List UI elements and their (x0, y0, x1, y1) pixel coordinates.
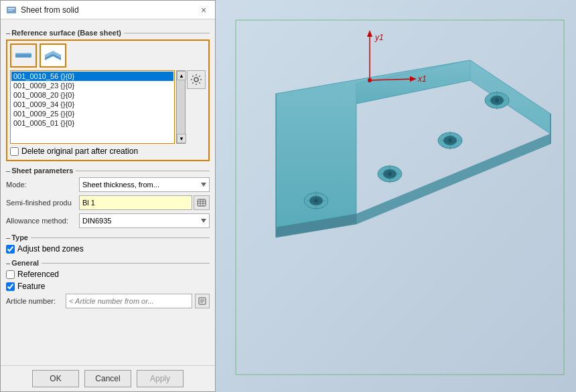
adjust-bend-checkbox[interactable] (6, 245, 15, 254)
dialog-title: Sheet from solid (21, 5, 194, 15)
browse-icon (198, 297, 206, 305)
article-input[interactable] (66, 294, 192, 308)
dialog-panel: Sheet from solid × Reference surface (Ba… (0, 0, 216, 392)
svg-rect-1 (8, 8, 15, 9)
ref-list[interactable]: 001_0010_56 {}{0} 001_0009_23 {}{0} 001_… (10, 70, 175, 144)
dialog-body: Reference surface (Base sheet) (1, 19, 215, 365)
svg-rect-4 (15, 53, 31, 54)
svg-text:x1: x1 (417, 74, 427, 84)
ref-list-container: 001_0010_56 {}{0} 001_0009_23 {}{0} 001_… (10, 70, 206, 144)
mode-row: Mode: Sheet thickness, from... Fixed thi… (6, 177, 210, 192)
allowance-label: Allowance method: (6, 217, 76, 225)
dialog-titlebar: Sheet from solid × (1, 1, 215, 19)
article-label: Article number: (6, 297, 63, 305)
referenced-label: Referenced (17, 270, 59, 279)
reference-surface-header: Reference surface (Base sheet) (6, 29, 210, 37)
mode-select[interactable]: Sheet thickness, from... Fixed thickness (79, 177, 210, 192)
folded-sheet-icon (44, 48, 62, 63)
scrollbar-up-btn[interactable]: ▲ (177, 71, 186, 80)
adjust-bend-row: Adjust bend zones (6, 244, 210, 254)
list-item[interactable]: 001_0009_23 {}{0} (11, 81, 173, 90)
semi-label: Semi-finished produ (6, 199, 76, 207)
list-scrollbar: ▲ ▼ (176, 70, 186, 144)
gear-icon (190, 74, 202, 86)
svg-rect-17 (216, 0, 576, 392)
mode-control: Sheet thickness, from... Fixed thickness (79, 177, 210, 192)
svg-point-7 (194, 78, 198, 82)
delete-checkbox-row: Delete original part after creation (10, 146, 206, 156)
adjust-bend-label: Adjust bend zones (17, 244, 84, 254)
referenced-checkbox[interactable] (6, 270, 15, 279)
type-header: Type (6, 233, 210, 241)
allowance-row: Allowance method: DIN6935 DIN6935 (old) … (6, 213, 210, 228)
viewport-svg: y1 x1 (216, 0, 576, 392)
sheet-parameters-body: Mode: Sheet thickness, from... Fixed thi… (6, 177, 210, 228)
cancel-button[interactable]: Cancel (84, 370, 131, 387)
3d-viewport: y1 x1 (216, 0, 576, 392)
general-body: Referenced Feature Article number: (6, 270, 210, 308)
dialog-footer: OK Cancel Apply (1, 365, 215, 391)
delete-label: Delete original part after creation (21, 146, 138, 156)
semi-table-button[interactable] (194, 195, 210, 210)
dialog-icon (6, 5, 17, 15)
list-item[interactable]: 001_0009_34 {}{0} (11, 100, 173, 109)
type-body: Adjust bend zones (6, 244, 210, 254)
reference-buttons (10, 43, 206, 68)
semi-control (79, 195, 210, 210)
feature-label: Feature (17, 282, 45, 291)
flat-sheet-icon (14, 48, 33, 63)
mode-label: Mode: (6, 181, 76, 189)
ok-button[interactable]: OK (32, 370, 79, 387)
semi-row: Semi-finished produ (6, 195, 210, 210)
sheet-parameters-header: Sheet parameters (6, 167, 210, 175)
general-header: General (6, 259, 210, 267)
table-icon (197, 199, 206, 207)
feature-checkbox[interactable] (6, 282, 15, 291)
close-button[interactable]: × (198, 4, 210, 16)
article-browse-button[interactable] (195, 294, 210, 308)
article-row: Article number: (6, 294, 210, 308)
allowance-select[interactable]: DIN6935 DIN6935 (old) None (79, 213, 210, 228)
apply-button[interactable]: Apply (137, 370, 184, 387)
list-item[interactable]: 001_0010_56 {}{0} (11, 72, 173, 81)
svg-text:y1: y1 (374, 33, 384, 42)
delete-checkbox[interactable] (10, 147, 19, 156)
svg-rect-2 (8, 10, 13, 11)
list-item[interactable]: 001_0008_20 {}{0} (11, 90, 173, 100)
list-item[interactable]: 001_0009_25 {}{0} (11, 109, 173, 118)
referenced-row: Referenced (6, 270, 210, 279)
reference-surface-box: 001_0010_56 {}{0} 001_0009_23 {}{0} 001_… (6, 39, 210, 161)
semi-input[interactable] (79, 195, 192, 210)
scrollbar-track (177, 80, 185, 134)
ref-flat-btn[interactable] (10, 43, 37, 68)
allowance-control: DIN6935 DIN6935 (old) None (79, 213, 210, 228)
list-item[interactable]: 001_0005_01 {}{0} (11, 118, 173, 128)
ref-settings-button[interactable] (187, 70, 206, 89)
feature-row: Feature (6, 282, 210, 291)
svg-rect-8 (198, 199, 206, 206)
ref-folded-btn[interactable] (40, 43, 66, 68)
scrollbar-down-btn[interactable]: ▼ (177, 134, 186, 143)
